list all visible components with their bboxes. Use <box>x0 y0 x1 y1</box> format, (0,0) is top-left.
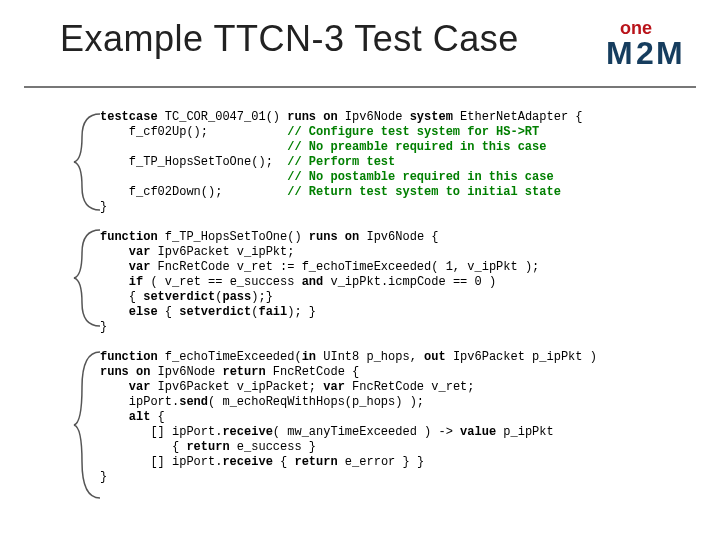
code-block: testcase TC_COR_0047_01() runs on Ipv6No… <box>100 110 690 485</box>
kw-in: in <box>302 350 316 364</box>
kw-return: return <box>294 455 337 469</box>
title-divider <box>24 86 696 88</box>
txt: ipPort. <box>100 395 179 409</box>
brace-function2 <box>72 350 102 500</box>
svg-text:2: 2 <box>636 35 654 68</box>
comment: // Return test system to initial state <box>287 185 561 199</box>
txt <box>100 305 129 319</box>
txt: FncRetCode v_ret := f_echoTimeExceeded( … <box>150 260 539 274</box>
txt: p_ipPkt <box>496 425 554 439</box>
brace-testcase <box>72 112 102 212</box>
txt: { <box>100 290 143 304</box>
txt: f_cf02Down(); <box>100 185 287 199</box>
kw-setverdict: setverdict <box>143 290 215 304</box>
txt: TC_COR_0047_01() <box>158 110 288 124</box>
txt: ( m_echoReqWithHops(p_hops) ); <box>208 395 424 409</box>
txt <box>100 170 287 184</box>
kw-value: value <box>460 425 496 439</box>
comment: // No postamble required in this case <box>287 170 553 184</box>
kw-if: if <box>129 275 143 289</box>
kw-var: var <box>129 380 151 394</box>
slide-title: Example TTCN-3 Test Case <box>60 18 519 60</box>
txt: UInt8 p_hops, <box>316 350 424 364</box>
slide: Example TTCN-3 Test Case one M 2 M testc… <box>0 0 720 540</box>
kw-send: send <box>179 395 208 409</box>
txt: ( mw_anyTimeExceeded ) -> <box>273 425 460 439</box>
txt: { <box>273 455 295 469</box>
txt: } <box>100 200 107 214</box>
kw-function: function <box>100 230 158 244</box>
kw-var: var <box>129 260 151 274</box>
svg-text:M: M <box>656 35 683 68</box>
kw-return: return <box>186 440 229 454</box>
txt: ( v_ret == e_success <box>143 275 301 289</box>
comment: // No preamble required in this case <box>287 140 546 154</box>
txt <box>100 380 129 394</box>
txt: );} <box>251 290 273 304</box>
kw-var: var <box>129 245 151 259</box>
txt: Ipv6Node <box>150 365 222 379</box>
txt: ); } <box>287 305 316 319</box>
onem2m-logo: one M 2 M <box>606 14 696 72</box>
txt: { <box>150 410 164 424</box>
txt: f_TP_HopsSetToOne(); <box>100 155 287 169</box>
txt: v_ipPkt.icmpCode == 0 ) <box>323 275 496 289</box>
kw-runson: runs on <box>309 230 359 244</box>
kw-var: var <box>323 380 345 394</box>
txt: Ipv6Packet v_ipPkt; <box>150 245 294 259</box>
kw-testcase: testcase <box>100 110 158 124</box>
txt: FncRetCode { <box>266 365 360 379</box>
comment: // Perform test <box>287 155 395 169</box>
kw-runson: runs on <box>100 365 150 379</box>
kw-receive: receive <box>222 455 272 469</box>
kw-function: function <box>100 350 158 364</box>
kw-receive: receive <box>222 425 272 439</box>
txt: } <box>100 470 107 484</box>
txt: Ipv6Packet v_ipPacket; <box>150 380 323 394</box>
txt: EtherNetAdapter { <box>453 110 583 124</box>
txt: f_echoTimeExceeded( <box>158 350 302 364</box>
txt <box>100 140 287 154</box>
kw-and: and <box>302 275 324 289</box>
txt: f_cf02Up(); <box>100 125 287 139</box>
kw-setverdict: setverdict <box>179 305 251 319</box>
comment: // Configure test system for HS->RT <box>287 125 539 139</box>
txt: [] ipPort. <box>100 455 222 469</box>
txt: e_error } } <box>338 455 424 469</box>
kw-out: out <box>424 350 446 364</box>
txt: e_success } <box>230 440 316 454</box>
txt <box>100 410 129 424</box>
brace-function1 <box>72 228 102 328</box>
svg-text:M: M <box>606 35 633 68</box>
txt: FncRetCode v_ret; <box>345 380 475 394</box>
txt: } <box>100 320 107 334</box>
txt <box>100 260 129 274</box>
kw-system: system <box>410 110 453 124</box>
txt: [] ipPort. <box>100 425 222 439</box>
kw-fail: fail <box>258 305 287 319</box>
kw-runson: runs on <box>287 110 337 124</box>
kw-alt: alt <box>129 410 151 424</box>
txt: { <box>100 440 186 454</box>
kw-return: return <box>222 365 265 379</box>
txt: Ipv6Node <box>338 110 410 124</box>
txt: Ipv6Packet p_ipPkt ) <box>446 350 597 364</box>
txt: Ipv6Node { <box>359 230 438 244</box>
txt <box>100 275 129 289</box>
txt: f_TP_HopsSetToOne() <box>158 230 309 244</box>
txt: { <box>158 305 180 319</box>
txt <box>100 245 129 259</box>
kw-pass: pass <box>222 290 251 304</box>
kw-else: else <box>129 305 158 319</box>
